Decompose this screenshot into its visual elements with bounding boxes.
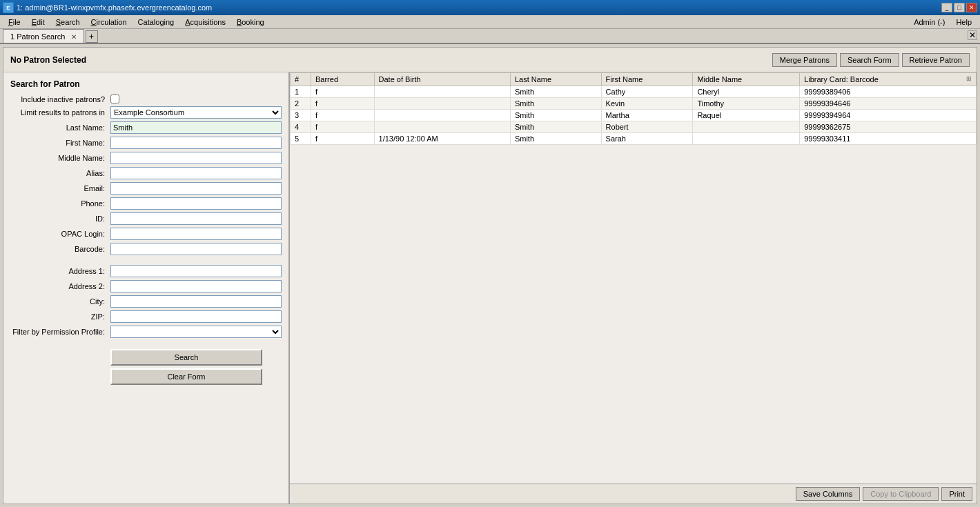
results-bottom-bar: Save Columns Copy to Clipboard Print — [290, 484, 977, 504]
main-content: No Patron Selected Merge Patrons Search … — [3, 47, 977, 504]
cell-num: 2 — [291, 98, 311, 110]
label-filter-permission: Filter by Permission Profile: — [10, 328, 110, 336]
menu-booking[interactable]: Booking — [231, 17, 270, 28]
form-row-alias: Alias: — [10, 167, 282, 179]
col-header-firstname[interactable]: First Name — [601, 73, 693, 86]
search-button[interactable]: Search — [110, 349, 262, 366]
label-last-name: Last Name: — [10, 123, 110, 132]
menu-admin[interactable]: Admin (-) — [908, 17, 950, 28]
cell-middlename: Cheryl — [693, 86, 800, 98]
label-limit-results: Limit results to patrons in — [10, 108, 110, 117]
save-columns-button[interactable]: Save Columns — [796, 487, 861, 501]
menu-search[interactable]: Search — [50, 17, 86, 28]
cell-firstname: Sarah — [601, 133, 693, 145]
cell-middlename: Timothy — [693, 98, 800, 110]
address1-input[interactable] — [110, 265, 282, 277]
menu-bar: File Edit Search Circulation Cataloging … — [0, 15, 980, 29]
cell-librarycard: 99999303411 — [800, 133, 977, 145]
tab-patron-search[interactable]: 1 Patron Search ✕ — [3, 29, 84, 43]
form-row-inactive: Include inactive patrons? — [10, 95, 282, 103]
label-barcode: Barcode: — [10, 245, 110, 253]
address2-input[interactable] — [110, 280, 282, 292]
form-row-address2: Address 2: — [10, 280, 282, 292]
tab-bar: 1 Patron Search ✕ + ✕ — [0, 29, 980, 44]
last-name-input[interactable] — [110, 121, 282, 134]
permission-profile-select[interactable] — [110, 326, 282, 338]
close-window-button[interactable]: ✕ — [966, 3, 977, 12]
print-button[interactable]: Print — [941, 487, 972, 501]
tab-add-button[interactable]: + — [86, 30, 98, 43]
label-id: ID: — [10, 215, 110, 223]
maximize-button[interactable]: □ — [954, 3, 965, 12]
table-row[interactable]: 3 f Smith Martha Raquel 99999394964 — [291, 110, 977, 121]
cell-barred: f — [311, 86, 375, 98]
include-inactive-checkbox[interactable] — [110, 95, 119, 103]
barcode-input[interactable] — [110, 243, 282, 255]
cell-lastname: Smith — [510, 133, 601, 145]
col-header-num[interactable]: # — [291, 73, 311, 86]
tab-close-icon[interactable]: ✕ — [71, 33, 77, 41]
menu-file[interactable]: File — [3, 17, 26, 28]
col-header-lastname[interactable]: Last Name — [510, 73, 601, 86]
form-row-middlename: Middle Name: — [10, 152, 282, 164]
results-table-container: # Barred Date of Birth Last Name First N… — [290, 72, 977, 484]
clear-form-button[interactable]: Clear Form — [110, 368, 262, 385]
form-row-lastname: Last Name: — [10, 121, 282, 134]
search-results-area: Search for Patron Include inactive patro… — [3, 72, 977, 504]
form-row-zip: ZIP: — [10, 310, 282, 323]
form-row-email: Email: — [10, 182, 282, 195]
form-row-phone: Phone: — [10, 197, 282, 210]
app-icon: E — [3, 2, 14, 13]
city-input[interactable] — [110, 295, 282, 308]
col-header-dob[interactable]: Date of Birth — [374, 73, 510, 86]
menu-acquisitions[interactable]: Acquisitions — [179, 17, 231, 28]
search-form-button[interactable]: Search Form — [840, 53, 899, 67]
patron-status: No Patron Selected — [10, 55, 86, 65]
table-row[interactable]: 5 f 1/13/90 12:00 AM Smith Sarah 9999930… — [291, 133, 977, 145]
col-header-middlename[interactable]: Middle Name — [693, 73, 800, 86]
results-table: # Barred Date of Birth Last Name First N… — [290, 72, 977, 145]
email-input[interactable] — [110, 182, 282, 195]
cell-firstname: Martha — [601, 110, 693, 121]
cell-lastname: Smith — [510, 121, 601, 133]
retrieve-patron-button[interactable]: Retrieve Patron — [902, 53, 970, 67]
cell-firstname: Robert — [601, 121, 693, 133]
col-header-librarycard[interactable]: Library Card: Barcode ⊞ — [800, 73, 977, 86]
form-row-id: ID: — [10, 212, 282, 225]
middle-name-input[interactable] — [110, 152, 282, 164]
menu-circulation[interactable]: Circulation — [86, 17, 133, 28]
table-row[interactable]: 1 f Smith Cathy Cheryl 99999389406 — [291, 86, 977, 98]
results-panel: # Barred Date of Birth Last Name First N… — [290, 72, 977, 504]
minimize-button[interactable]: _ — [941, 3, 952, 12]
cell-librarycard: 99999389406 — [800, 86, 977, 98]
zip-input[interactable] — [110, 310, 282, 323]
cell-middlename: Raquel — [693, 110, 800, 121]
id-input[interactable] — [110, 212, 282, 225]
alias-input[interactable] — [110, 167, 282, 179]
table-row[interactable]: 2 f Smith Kevin Timothy 99999394646 — [291, 98, 977, 110]
label-address1: Address 1: — [10, 267, 110, 275]
limit-results-select[interactable]: Example Consortium — [110, 106, 282, 119]
label-city: City: — [10, 297, 110, 306]
cell-librarycard: 99999394646 — [800, 98, 977, 110]
menu-edit[interactable]: Edit — [26, 17, 50, 28]
opac-login-input[interactable] — [110, 228, 282, 240]
merge-patrons-button[interactable]: Merge Patrons — [772, 53, 837, 67]
window-x-button[interactable]: ✕ — [968, 30, 977, 40]
label-phone: Phone: — [10, 199, 110, 208]
cell-firstname: Kevin — [601, 98, 693, 110]
cell-lastname: Smith — [510, 86, 601, 98]
cell-firstname: Cathy — [601, 86, 693, 98]
first-name-input[interactable] — [110, 137, 282, 149]
search-panel: Search for Patron Include inactive patro… — [3, 72, 290, 504]
cell-num: 5 — [291, 133, 311, 145]
col-header-barred[interactable]: Barred — [311, 73, 375, 86]
menu-cataloging[interactable]: Cataloging — [133, 17, 180, 28]
cell-librarycard: 99999394964 — [800, 110, 977, 121]
menu-help[interactable]: Help — [950, 17, 977, 28]
copy-clipboard-button[interactable]: Copy to Clipboard — [863, 487, 939, 501]
title-bar-text: 1: admin@BR1-winxpvmfx.phasefx.evergreen… — [17, 3, 212, 12]
label-email: Email: — [10, 184, 110, 192]
table-row[interactable]: 4 f Smith Robert 99999362675 — [291, 121, 977, 133]
phone-input[interactable] — [110, 197, 282, 210]
